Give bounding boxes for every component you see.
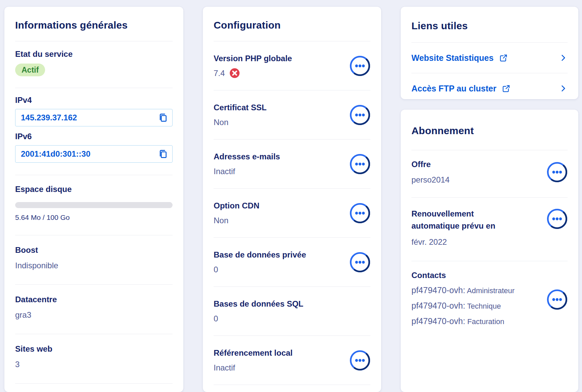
external-link[interactable]: Accès FTP au cluster (411, 84, 511, 93)
useful-links-title: Liens utiles (411, 7, 568, 43)
datacentre-section: Datacentre gra3 (15, 285, 173, 334)
configuration-row-label: Adresses e-mails (214, 151, 280, 162)
external-link[interactable]: Website Statistiques (411, 53, 508, 63)
ipv6-box: 2001:41d0:301::30 (15, 145, 173, 163)
ipv4-box: 145.239.37.162 (15, 109, 173, 126)
useful-link-row[interactable]: Website Statistiques (411, 43, 568, 73)
more-actions-button[interactable] (350, 105, 370, 125)
renewal-value: févr. 2022 (411, 237, 512, 247)
configuration-row-text: Référencement local Inactif (214, 348, 293, 373)
datacentre-value: gra3 (15, 310, 173, 320)
configuration-row-label: Certificat SSL (214, 102, 266, 113)
contact-entry: pf479470-ovh: Technique (411, 298, 529, 314)
status-badge: Actif (15, 64, 45, 76)
external-link-label: Website Statistiques (411, 53, 494, 63)
configuration-row-label: Version PHP globale (214, 53, 292, 64)
more-actions-button[interactable] (350, 154, 370, 174)
websites-value: 3 (15, 359, 173, 370)
contact-id: pf479470-ovh: (411, 316, 465, 326)
configuration-row-value: Inactif (214, 362, 235, 373)
configuration-row-text: Adresses e-mails Inactif (214, 151, 280, 177)
more-actions-button[interactable] (547, 208, 568, 247)
ellipsis-icon (547, 289, 568, 310)
configuration-row: Référencement local Inactif (214, 336, 370, 385)
ipv6-value: 2001:41d0:301::30 (21, 149, 90, 159)
websites-label: Sites web (15, 344, 173, 354)
ellipsis-icon (350, 203, 370, 224)
configuration-row-value: Non (214, 215, 228, 226)
configuration-row-text: Version PHP globale 7.4 (214, 53, 292, 79)
chevron-right-icon (559, 84, 568, 93)
configuration-row: Bases de données SQL 0 (214, 287, 370, 336)
configuration-title: Configuration (214, 7, 370, 41)
configuration-row-value: 0 (214, 313, 218, 324)
configuration-row: Certificat SSL Non (214, 90, 370, 140)
ellipsis-icon (350, 252, 370, 273)
contact-role: Administrateur (467, 286, 515, 295)
configuration-row: Option CDN Non (214, 189, 370, 238)
more-actions-button[interactable] (350, 203, 370, 224)
configuration-row-value: 0 (214, 264, 218, 275)
contact-id: pf479470-ovh: (411, 301, 465, 310)
error-icon (229, 68, 240, 78)
external-link-icon (502, 84, 511, 93)
datacentre-label: Datacentre (15, 294, 173, 305)
contact-entry: pf479470-ovh: Facturation (411, 314, 529, 329)
more-actions-button[interactable] (547, 289, 568, 310)
disk-label: Espace disque (15, 184, 173, 195)
configuration-row-label: Bases de données SQL (214, 299, 303, 309)
websites-section: Sites web 3 (15, 334, 173, 384)
configuration-row-value: 7.4 (214, 68, 225, 79)
copy-icon (158, 113, 168, 123)
contacts-label: Contacts (411, 270, 529, 281)
configuration-row-text: Base de données privée 0 (214, 249, 306, 275)
service-state-label: Etat du service (15, 49, 173, 60)
configuration-row-label: Référencement local (214, 348, 293, 358)
contact-role: Facturation (467, 317, 504, 326)
renewal-row: Renouvellement automatique prévu en févr… (411, 198, 568, 261)
ipv4-value: 145.239.37.162 (21, 113, 77, 122)
copy-ipv6-button[interactable] (157, 148, 170, 160)
boost-section: Boost Indisponible (15, 235, 173, 285)
boost-value: Indisponible (15, 260, 173, 271)
external-link-icon (499, 53, 508, 63)
offer-value: perso2014 (411, 174, 449, 185)
configuration-row-text: Option CDN Non (214, 200, 259, 226)
configuration-row-value: Non (214, 117, 228, 128)
ellipsis-icon (547, 162, 568, 183)
more-actions-button[interactable] (547, 162, 568, 183)
external-link-label: Accès FTP au cluster (411, 84, 496, 93)
contact-id: pf479470-ovh: (411, 285, 465, 295)
copy-ipv4-button[interactable] (157, 111, 170, 124)
boost-label: Boost (15, 245, 173, 256)
configuration-row-value: Inactif (214, 166, 235, 177)
configuration-card: Configuration Version PHP globale 7.4 (203, 7, 381, 392)
useful-link-row[interactable]: Accès FTP au cluster (411, 73, 568, 99)
contacts-row: Contacts pf479470-ovh: Administrateur pf… (411, 261, 568, 341)
disk-usage-text: 5.64 Mo / 100 Go (15, 213, 173, 222)
contact-entry: pf479470-ovh: Administrateur (411, 283, 529, 298)
contact-role: Technique (467, 302, 501, 310)
configuration-row-text: Certificat SSL Non (214, 102, 266, 128)
disk-section: Espace disque 5.64 Mo / 100 Go (15, 175, 173, 235)
configuration-row: Base de données privée 0 (214, 238, 370, 287)
more-actions-button[interactable] (350, 252, 370, 273)
disk-usage-bar (15, 202, 173, 208)
general-info-title: Informations générales (15, 7, 173, 41)
offer-row: Offre perso2014 (411, 150, 568, 198)
more-actions-button[interactable] (350, 55, 370, 76)
configuration-row-text: Bases de données SQL 0 (214, 299, 303, 324)
ellipsis-icon (350, 350, 370, 371)
configuration-row: Version PHP globale 7.4 (214, 41, 370, 90)
ipv6-label: IPv6 (15, 131, 173, 142)
ellipsis-icon (547, 208, 568, 229)
chevron-right-icon (559, 53, 568, 62)
ellipsis-icon (350, 55, 370, 76)
ellipsis-icon (350, 154, 370, 174)
configuration-row-label: Base de données privée (214, 249, 306, 260)
hosting-dashboard: Informations générales Etat du service A… (0, 0, 582, 392)
subscription-title: Abonnement (411, 110, 568, 150)
configuration-row: Adresses e-mails Inactif (214, 140, 370, 189)
more-actions-button[interactable] (350, 350, 370, 371)
subscription-card: Abonnement Offre perso2014 (401, 110, 578, 392)
